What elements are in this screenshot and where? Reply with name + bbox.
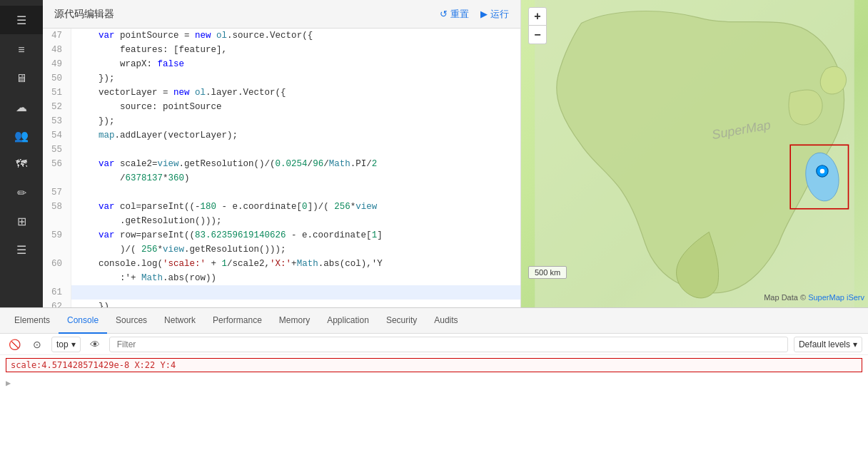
line-number: [43, 171, 71, 185]
reset-label: 重置: [450, 8, 469, 21]
line-content: source: pointSource: [71, 100, 222, 114]
reset-button[interactable]: ↺ 重置: [440, 8, 469, 21]
devtools-tab-security[interactable]: Security: [378, 308, 425, 334]
line-number: 57: [43, 185, 71, 200]
console-prompt: ▶: [0, 375, 868, 391]
console-settings-button[interactable]: ⊙: [29, 336, 46, 353]
level-select[interactable]: Default levels ▾: [794, 337, 862, 352]
code-line: 61: [43, 285, 520, 300]
filter-box: [109, 337, 788, 352]
context-select[interactable]: top ▾: [51, 337, 81, 352]
context-value: top: [56, 339, 69, 349]
zoom-in-button[interactable]: +: [528, 7, 547, 26]
line-number: 60: [43, 257, 71, 271]
svg-point-2: [802, 150, 843, 203]
console-output: scale:4.571428571429e-8 X:22 Y:4: [6, 358, 862, 372]
map-background: + − SuperMap 500 km Map Data © SuperMap …: [521, 0, 868, 307]
line-number: [43, 271, 71, 285]
sidebar-icon-grid[interactable]: ⊞: [7, 208, 36, 234]
left-sidebar: ☰ ≡ 🖥 ☁ 👥 🗺 ✏ ⊞ ☰: [0, 0, 43, 307]
devtools-tab-application[interactable]: Application: [318, 308, 378, 334]
line-number: 53: [43, 114, 71, 128]
code-line: 50 });: [43, 71, 520, 86]
line-content: /6378137*360): [71, 171, 190, 185]
console-eye-button[interactable]: 👁: [86, 336, 104, 353]
line-content: .getResolution()));: [71, 214, 222, 228]
devtools-tab-console[interactable]: Console: [59, 308, 107, 334]
devtools-toolbar: 🚫 ⊙ top ▾ 👁 Default levels ▾: [0, 334, 868, 355]
level-chevron-icon: ▾: [853, 339, 857, 349]
line-number: [43, 242, 71, 257]
svg-point-4: [820, 169, 825, 174]
sidebar-icon-cloud[interactable]: ☁: [7, 94, 36, 120]
scale-bar: 500 km: [528, 266, 567, 279]
code-line: 47 var pointSource = new ol.source.Vecto…: [43, 29, 520, 43]
code-line: 55: [43, 143, 520, 157]
devtools-tab-performance[interactable]: Performance: [204, 308, 271, 334]
code-line: :'+ Math.abs(row)): [43, 271, 520, 285]
sidebar-menu-icon[interactable]: ☰: [7, 7, 36, 33]
sidebar-top-bar: ☰: [0, 6, 43, 34]
line-content: var row=parseInt((83.62359619140626 - e.…: [71, 228, 383, 242]
editor-content[interactable]: 47 var pointSource = new ol.source.Vecto…: [43, 29, 520, 307]
attribution-link[interactable]: SuperMap iServ: [808, 293, 864, 302]
line-content: wrapX: false: [71, 57, 184, 71]
supermap-watermark: SuperMap: [711, 118, 772, 143]
filter-input[interactable]: [114, 338, 783, 351]
line-number: 54: [43, 128, 71, 143]
svg-point-3: [817, 165, 828, 177]
code-line: 49 wrapX: false: [43, 57, 520, 71]
sidebar-icon-list[interactable]: ≡: [7, 37, 36, 63]
devtools-tab-network[interactable]: Network: [156, 308, 204, 334]
code-line: 48 features: [feature],: [43, 43, 520, 57]
line-content: }): [71, 300, 109, 307]
line-number: 51: [43, 86, 71, 100]
devtools-tabs: ElementsConsoleSourcesNetworkPerformance…: [0, 308, 868, 334]
code-line: 57: [43, 185, 520, 200]
code-line: 51 vectorLayer = new ol.layer.Vector({: [43, 86, 520, 100]
zoom-out-button[interactable]: −: [528, 26, 547, 44]
line-content: });: [71, 114, 115, 128]
line-number: [43, 214, 71, 228]
editor-title: 源代码编辑器: [54, 8, 114, 21]
line-number: 58: [43, 200, 71, 214]
code-line: 54 map.addLayer(vectorLayer);: [43, 128, 520, 143]
sidebar-icon-monitor[interactable]: 🖥: [7, 66, 36, 91]
line-content: )/( 256*view.getResolution()));: [71, 242, 286, 257]
svg-rect-1: [790, 145, 848, 208]
code-line: )/( 256*view.getResolution()));: [43, 242, 520, 257]
sidebar-icon-edit[interactable]: ✏: [7, 180, 36, 205]
line-content: vectorLayer = new ol.layer.Vector({: [71, 86, 286, 100]
line-content: console.log('scale:' + 1/scale2,'X:'+Mat…: [71, 257, 383, 271]
code-line: 59 var row=parseInt((83.62359619140626 -…: [43, 228, 520, 242]
level-value: Default levels: [799, 339, 850, 349]
sidebar-icon-settings[interactable]: ☰: [7, 237, 36, 262]
run-button[interactable]: ▶ 运行: [480, 8, 509, 21]
line-number: 48: [43, 43, 71, 57]
line-content: [71, 285, 77, 300]
context-chevron-icon: ▾: [71, 339, 76, 349]
devtools-tab-memory[interactable]: Memory: [271, 308, 318, 334]
map-zoom-controls: + −: [528, 7, 547, 44]
sidebar-icon-map[interactable]: 🗺: [7, 151, 36, 177]
line-content: var scale2=view.getResolution()/(0.0254/…: [71, 157, 377, 171]
line-number: 61: [43, 285, 71, 300]
editor-header: 源代码编辑器 ↺ 重置 ▶ 运行: [43, 0, 520, 29]
sidebar-icon-users[interactable]: 👥: [7, 123, 36, 148]
line-content: var pointSource = new ol.source.Vector({: [71, 29, 313, 43]
line-content: features: [feature],: [71, 43, 227, 57]
devtools-tab-sources[interactable]: Sources: [107, 308, 156, 334]
devtools-tab-elements[interactable]: Elements: [6, 308, 59, 334]
svg-rect-0: [535, 0, 854, 307]
line-number: 49: [43, 57, 71, 71]
console-caret-icon: ▶: [6, 378, 11, 388]
editor-actions: ↺ 重置 ▶ 运行: [440, 8, 509, 21]
code-line: 62 }): [43, 300, 520, 307]
clear-console-button[interactable]: 🚫: [6, 336, 23, 353]
devtools-tab-audits[interactable]: Audits: [425, 308, 466, 334]
code-line: 60 console.log('scale:' + 1/scale2,'X:'+…: [43, 257, 520, 271]
code-line: 56 var scale2=view.getResolution()/(0.02…: [43, 157, 520, 171]
reset-icon: ↺: [440, 9, 448, 19]
line-number: 55: [43, 143, 71, 157]
line-number: 50: [43, 71, 71, 86]
